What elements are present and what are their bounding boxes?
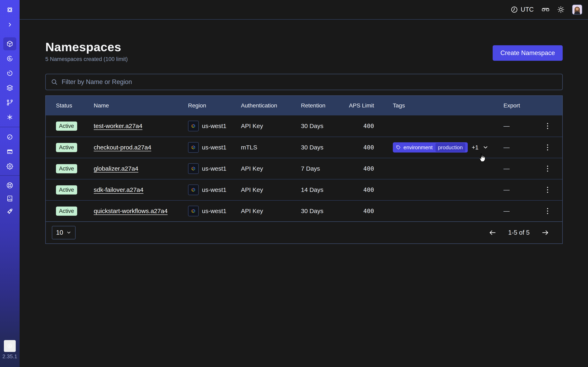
namespace-link[interactable]: test-worker.a27a4 (94, 123, 142, 129)
table-row: Active quickstart-workflows.a27a4 us-wes… (46, 200, 562, 221)
row-menu-button[interactable] (544, 163, 552, 174)
sidebar-item-usage[interactable] (3, 131, 16, 143)
status-badge: Active (56, 122, 77, 131)
tags-cell: environment production +1 (380, 142, 491, 152)
billing-card-icon (7, 149, 13, 155)
labs-toggle[interactable] (541, 7, 550, 13)
aps-limit-cell: 400 (363, 123, 374, 129)
row-menu-button[interactable] (544, 120, 552, 132)
auth-cell: API Key (241, 208, 301, 215)
clock-icon (511, 6, 518, 13)
namespace-count-subtitle: 5 Namespaces created (100 limit) (45, 56, 563, 62)
sidebar-item-spiral[interactable] (3, 52, 16, 65)
col-status: Status (46, 102, 94, 109)
table-row: Active sdk-failover.a27a4 us-west1 API K… (46, 179, 562, 200)
sidebar-item-namespaces[interactable] (3, 37, 16, 50)
tags-more-count: +1 (472, 144, 479, 151)
sidebar-item-support[interactable] (3, 179, 16, 192)
page-size-value: 10 (56, 229, 63, 236)
tag-pill[interactable]: environment production (393, 142, 468, 152)
aps-limit-cell: 400 (363, 144, 374, 151)
page-size-select[interactable]: 10 (52, 226, 76, 239)
namespace-link[interactable]: quickstart-workflows.a27a4 (94, 208, 168, 214)
gcp-cloud-icon (188, 163, 199, 174)
sidebar-expand-chevron-icon[interactable] (3, 18, 16, 31)
namespace-link[interactable]: checkout-prod.a27a4 (94, 144, 151, 151)
timezone-selector[interactable]: UTC (511, 6, 534, 13)
table-row: Active globalizer.a27a4 us-west1 API Key… (46, 158, 562, 179)
timezone-label: UTC (521, 6, 534, 13)
tag-value: production (435, 143, 465, 152)
next-page-button[interactable] (541, 229, 549, 236)
row-menu-button[interactable] (544, 142, 552, 153)
sidebar-item-settings[interactable] (3, 160, 16, 173)
col-tags: Tags (380, 102, 491, 109)
status-badge: Active (56, 185, 77, 194)
sidebar-item-layers[interactable] (3, 81, 16, 94)
retention-cell: 14 Days (301, 186, 348, 193)
app-version: 2.35.1 (0, 353, 20, 360)
arrow-left-icon (489, 229, 496, 236)
sidebar-item-docs[interactable] (3, 192, 16, 205)
col-retention: Retention (301, 102, 348, 109)
col-region: Region (188, 102, 241, 109)
row-menu-button[interactable] (544, 184, 552, 196)
user-avatar[interactable] (572, 4, 582, 15)
table-row: Active test-worker.a27a4 us-west1 API Ke… (46, 115, 562, 137)
sidebar-item-billing[interactable] (3, 145, 16, 158)
row-menu-button[interactable] (544, 205, 552, 217)
gcp-cloud-icon (188, 206, 199, 216)
table-header-row: Status Name Region Authentication Retent… (46, 96, 562, 115)
sidebar-divider (0, 127, 20, 127)
pagination-bar: 10 1-5 of 5 (46, 221, 562, 243)
region-label: us-west1 (202, 208, 226, 215)
asterisk-icon (7, 114, 13, 120)
filter-bar (45, 74, 563, 90)
filter-input[interactable] (62, 78, 557, 86)
sidebar-item-branch[interactable] (3, 96, 16, 109)
export-cell: — (503, 144, 510, 151)
search-icon (51, 79, 58, 85)
theme-toggle[interactable] (557, 6, 564, 13)
plan-billing-badge-button[interactable]: $ (4, 340, 16, 352)
create-namespace-button[interactable]: Create Namespace (493, 45, 563, 61)
svg-text:$: $ (9, 345, 11, 348)
sidebar-item-getting-started[interactable] (3, 205, 16, 218)
layers-icon (7, 85, 13, 91)
status-badge: Active (56, 207, 77, 216)
dollar-badge-icon: $ (7, 343, 13, 349)
col-name: Name (94, 102, 188, 109)
aps-limit-cell: 400 (363, 165, 374, 172)
main-content: Namespaces 5 Namespaces created (100 lim… (20, 20, 588, 367)
gear-icon (7, 163, 13, 170)
gcp-cloud-icon (188, 184, 199, 195)
prev-page-button[interactable] (489, 229, 496, 236)
region-label: us-west1 (202, 165, 226, 172)
gcp-cloud-icon (188, 121, 199, 131)
auth-cell: API Key (241, 123, 301, 129)
chevron-down-icon (66, 230, 71, 235)
rocket-icon (7, 208, 13, 215)
namespace-link[interactable]: sdk-failover.a27a4 (94, 186, 144, 193)
retention-cell: 30 Days (301, 144, 348, 151)
auth-cell: mTLS (241, 144, 301, 151)
spiral-icon (7, 55, 13, 62)
col-aps-limit: APS Limit (348, 102, 380, 109)
export-cell: — (503, 208, 510, 215)
sun-icon (557, 6, 564, 13)
region-label: us-west1 (202, 144, 226, 151)
retention-cell: 7 Days (301, 165, 348, 172)
temporal-logo-icon[interactable] (3, 3, 16, 16)
tag-key: environment (403, 144, 433, 151)
page-title: Namespaces (45, 40, 563, 54)
namespace-link[interactable]: globalizer.a27a4 (94, 165, 138, 172)
sidebar-item-asterisk[interactable] (3, 111, 16, 124)
sidebar-item-timer[interactable] (3, 67, 16, 80)
topbar: UTC (20, 0, 588, 20)
sidebar: $ 2.35.1 (0, 0, 20, 367)
aps-limit-cell: 400 (363, 186, 374, 193)
tags-expand-chevron-icon[interactable] (483, 145, 488, 150)
retention-cell: 30 Days (301, 123, 348, 129)
col-authentication: Authentication (241, 102, 301, 109)
export-cell: — (503, 123, 510, 129)
